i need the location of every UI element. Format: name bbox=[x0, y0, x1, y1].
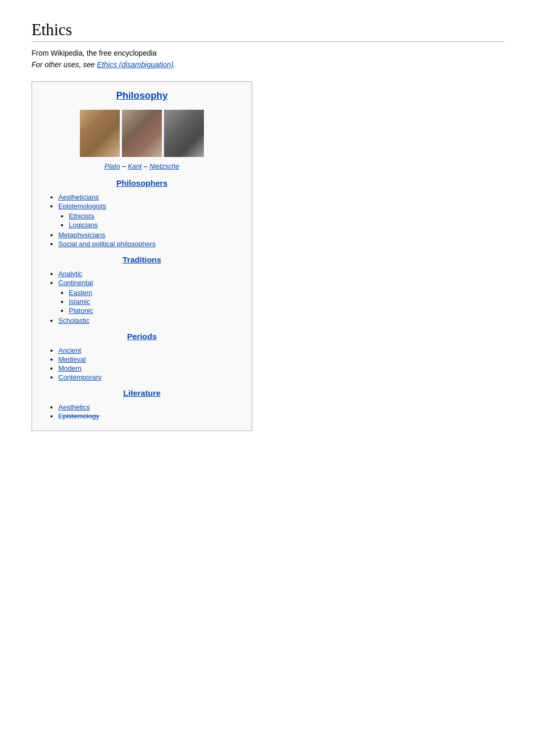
list-item: Ethicists bbox=[69, 212, 241, 220]
continental-link[interactable]: Continental bbox=[58, 279, 93, 287]
list-item: Aestheticians bbox=[58, 193, 241, 201]
list-item: Metaphysicians bbox=[58, 231, 241, 239]
list-item: Aesthetics bbox=[58, 403, 241, 411]
kant-link[interactable]: Kant bbox=[128, 162, 142, 170]
ethicists-link[interactable]: Ethicists bbox=[69, 212, 94, 220]
wiki-subtitle: From Wikipedia, the free encyclopedia Fo… bbox=[32, 47, 504, 71]
periods-list: Ancient Medieval Modern Contemporary bbox=[43, 346, 241, 381]
philosophers-section-title[interactable]: Philosophers bbox=[43, 178, 241, 188]
plato-image bbox=[80, 110, 120, 157]
metaphysicians-link[interactable]: Metaphysicians bbox=[58, 231, 106, 239]
traditions-section-title[interactable]: Traditions bbox=[43, 255, 241, 265]
philosophers-list: Aestheticians Epistemologists Ethicists … bbox=[43, 193, 241, 248]
analytic-link[interactable]: Analytic bbox=[58, 270, 83, 278]
list-item: Epistemologists Ethicists Logicians bbox=[58, 202, 241, 229]
literature-section-title[interactable]: Literature bbox=[43, 388, 241, 398]
sub-list: Eastern Islamic Platonic bbox=[58, 289, 241, 314]
subtitle-line1: From Wikipedia, the free encyclopedia bbox=[32, 47, 504, 59]
epistemology-link[interactable]: Epistemology bbox=[58, 412, 99, 420]
list-item: Medieval bbox=[58, 355, 241, 363]
literature-list: Aesthetics Epistemology bbox=[43, 403, 241, 420]
philosopher-images bbox=[43, 110, 241, 157]
platonic-link[interactable]: Platonic bbox=[69, 307, 93, 314]
list-item: Ancient bbox=[58, 346, 241, 354]
list-item: Continental Eastern Islamic Platonic bbox=[58, 279, 241, 314]
nietzsche-link[interactable]: Nietzsche bbox=[149, 162, 179, 170]
aestheticians-link[interactable]: Aestheticians bbox=[58, 193, 99, 201]
list-item: Platonic bbox=[69, 307, 241, 314]
list-item: Islamic bbox=[69, 298, 241, 306]
logicians-link[interactable]: Logicians bbox=[69, 221, 98, 229]
modern-link[interactable]: Modern bbox=[58, 364, 81, 372]
social-political-link[interactable]: Social and political philosophers bbox=[58, 240, 156, 248]
list-item: Eastern bbox=[69, 289, 241, 297]
list-item: Epistemology bbox=[58, 412, 241, 420]
kant-image bbox=[122, 110, 162, 157]
infobox: Philosophy Plato – Kant – Nietzsche Phil… bbox=[32, 81, 252, 431]
list-item: Social and political philosophers bbox=[58, 240, 241, 248]
contemporary-link[interactable]: Contemporary bbox=[58, 373, 101, 381]
list-item: Scholastic bbox=[58, 317, 241, 324]
eastern-link[interactable]: Eastern bbox=[69, 289, 92, 297]
philosopher-caption: Plato – Kant – Nietzsche bbox=[43, 162, 241, 170]
list-item: Logicians bbox=[69, 221, 241, 229]
page-title: Ethics bbox=[32, 21, 504, 42]
scholastic-link[interactable]: Scholastic bbox=[58, 317, 89, 324]
list-item: Modern bbox=[58, 364, 241, 372]
sub-list: Ethicists Logicians bbox=[58, 212, 241, 229]
subtitle-line2: For other uses, see Ethics (disambiguati… bbox=[32, 59, 504, 70]
plato-link[interactable]: Plato bbox=[105, 162, 120, 170]
aesthetics-link[interactable]: Aesthetics bbox=[58, 403, 90, 411]
islamic-link[interactable]: Islamic bbox=[69, 298, 90, 306]
ancient-link[interactable]: Ancient bbox=[58, 346, 81, 354]
medieval-link[interactable]: Medieval bbox=[58, 355, 86, 363]
traditions-list: Analytic Continental Eastern Islamic Pla… bbox=[43, 270, 241, 324]
epistemologists-link[interactable]: Epistemologists bbox=[58, 202, 106, 210]
disambiguation-link[interactable]: Ethics (disambiguation) bbox=[97, 60, 174, 69]
list-item: Contemporary bbox=[58, 373, 241, 381]
periods-section-title[interactable]: Periods bbox=[43, 332, 241, 341]
list-item: Analytic bbox=[58, 270, 241, 278]
infobox-main-title[interactable]: Philosophy bbox=[43, 90, 241, 101]
nietzsche-image bbox=[164, 110, 204, 157]
